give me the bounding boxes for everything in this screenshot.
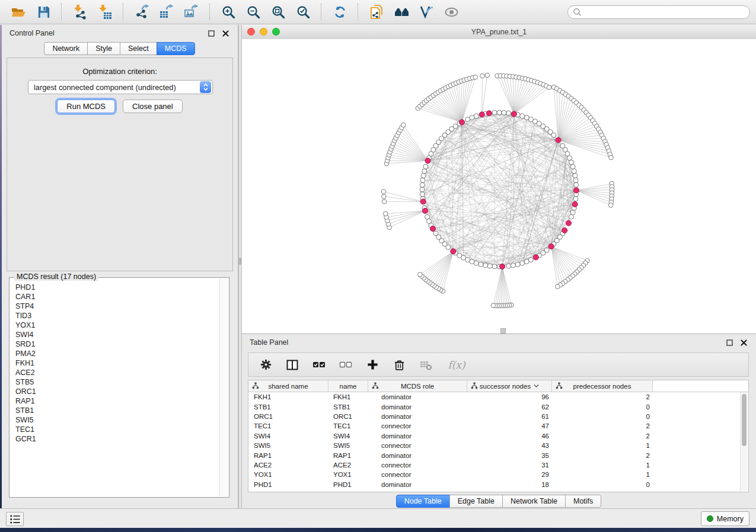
network-node[interactable]: [609, 155, 614, 160]
network-node[interactable]: [569, 214, 574, 219]
mcds-result-item[interactable]: ACE2: [15, 368, 219, 377]
network-node[interactable]: [433, 231, 438, 236]
network-node[interactable]: [497, 110, 502, 115]
table-row[interactable]: YOX1YOX1connector291: [248, 470, 748, 479]
mcds-node[interactable]: [486, 111, 492, 116]
zoom-selected-button[interactable]: [294, 2, 312, 21]
network-node[interactable]: [502, 110, 506, 115]
search-input[interactable]: [585, 7, 745, 17]
network-node[interactable]: [515, 262, 520, 267]
export-table-button[interactable]: [157, 2, 176, 21]
run-mcds-button[interactable]: Run MCDS: [57, 100, 115, 113]
memory-button[interactable]: Memory: [701, 511, 749, 526]
mcds-result-item[interactable]: GCR1: [15, 434, 219, 444]
network-node[interactable]: [474, 114, 479, 118]
network-node[interactable]: [572, 169, 576, 174]
column-header[interactable]: shared name: [248, 380, 328, 392]
network-node[interactable]: [421, 174, 426, 178]
table-row[interactable]: FKH1FKH1dominator962: [248, 392, 748, 402]
network-node[interactable]: [420, 182, 425, 187]
table-row[interactable]: RAP1RAP1dominator352: [248, 450, 748, 460]
select-all-button[interactable]: [312, 358, 326, 372]
export-image-button[interactable]: [182, 2, 201, 21]
network-node[interactable]: [573, 197, 578, 201]
canvas-splitter-grip[interactable]: [500, 328, 506, 334]
mcds-result-item[interactable]: FKH1: [15, 358, 219, 368]
search-network-button[interactable]: [392, 2, 411, 21]
import-table-button[interactable]: [95, 2, 114, 21]
mcds-result-item[interactable]: STP4: [15, 302, 219, 311]
tab-mcds[interactable]: MCDS: [157, 42, 195, 55]
task-history-button[interactable]: [6, 512, 24, 526]
tab-style[interactable]: Style: [87, 42, 120, 55]
network-node[interactable]: [470, 115, 474, 120]
mcds-result-item[interactable]: SRD1: [15, 339, 219, 349]
mcds-result-item[interactable]: SWI5: [15, 415, 219, 425]
network-node[interactable]: [420, 187, 425, 192]
save-session-button[interactable]: [34, 2, 53, 21]
table-settings-button[interactable]: [259, 358, 273, 372]
table-row[interactable]: ACE2ACE2connector311: [248, 460, 748, 470]
show-hide-button[interactable]: [442, 2, 461, 21]
mcds-result-list[interactable]: PHD1CAR1STP4TID3YOX1SWI4SRD1PMA2FKH1ACE2…: [10, 280, 219, 496]
table-row[interactable]: STB1STB1dominator620: [248, 402, 748, 411]
network-node[interactable]: [483, 263, 488, 268]
mcds-result-item[interactable]: RAP1: [15, 396, 219, 406]
mcds-node[interactable]: [562, 227, 567, 233]
network-node[interactable]: [551, 133, 556, 137]
network-node[interactable]: [573, 178, 578, 182]
mcds-node[interactable]: [548, 243, 554, 249]
table-row[interactable]: ORC1ORC1dominator610: [248, 412, 748, 421]
vizmapper-button[interactable]: [417, 2, 436, 21]
network-node[interactable]: [511, 263, 515, 268]
apply-layout-button[interactable]: [330, 2, 349, 21]
mcds-node[interactable]: [451, 249, 456, 254]
table-row[interactable]: PHD1PHD1dominator180: [248, 480, 748, 489]
network-node[interactable]: [506, 264, 511, 268]
table-scrollbar[interactable]: [740, 392, 748, 491]
mcds-result-item[interactable]: ORC1: [15, 387, 219, 396]
import-network-button[interactable]: [71, 2, 90, 21]
deselect-all-button[interactable]: [339, 358, 353, 372]
mcds-result-item[interactable]: STB1: [15, 406, 219, 415]
close-table-panel-button[interactable]: [739, 338, 748, 347]
mcds-node[interactable]: [566, 220, 572, 226]
mcds-node[interactable]: [573, 188, 579, 193]
tab-edge-table[interactable]: Edge Table: [449, 495, 503, 508]
tab-motifs[interactable]: Motifs: [565, 495, 601, 508]
mcds-list-scrollbar[interactable]: [219, 278, 228, 496]
network-node[interactable]: [492, 264, 497, 269]
choose-columns-button[interactable]: [285, 358, 299, 372]
tab-select[interactable]: Select: [120, 42, 157, 55]
maximize-window-icon[interactable]: [272, 28, 280, 36]
mcds-node[interactable]: [420, 199, 426, 204]
network-node[interactable]: [556, 284, 560, 289]
tab-network[interactable]: Network: [44, 42, 88, 55]
network-node[interactable]: [474, 261, 479, 265]
network-node[interactable]: [547, 85, 551, 90]
network-node[interactable]: [473, 75, 478, 79]
network-node[interactable]: [569, 160, 574, 165]
network-node[interactable]: [506, 111, 511, 116]
mcds-node[interactable]: [430, 226, 435, 231]
zoom-out-button[interactable]: [244, 2, 263, 21]
network-node[interactable]: [574, 182, 579, 187]
column-header[interactable]: MCDS role: [368, 380, 467, 392]
mcds-node[interactable]: [572, 201, 578, 207]
mcds-result-item[interactable]: STB5: [15, 377, 219, 387]
network-node[interactable]: [485, 73, 490, 78]
network-node[interactable]: [570, 164, 575, 169]
column-header[interactable]: successor nodes: [467, 380, 552, 392]
zoom-in-button[interactable]: [219, 2, 238, 21]
open-session-button[interactable]: [9, 2, 28, 21]
network-node[interactable]: [382, 200, 387, 204]
network-node[interactable]: [520, 261, 525, 265]
network-view-titlebar[interactable]: YPA_prune.txt_1: [242, 25, 756, 40]
network-node[interactable]: [570, 210, 575, 215]
close-window-icon[interactable]: [247, 28, 255, 36]
tab-node-table[interactable]: Node Table: [396, 495, 450, 508]
mcds-result-item[interactable]: PHD1: [15, 283, 219, 292]
mcds-result-item[interactable]: TEC1: [15, 425, 219, 434]
column-header[interactable]: predecessor nodes: [552, 380, 653, 392]
export-network-button[interactable]: [132, 2, 151, 21]
